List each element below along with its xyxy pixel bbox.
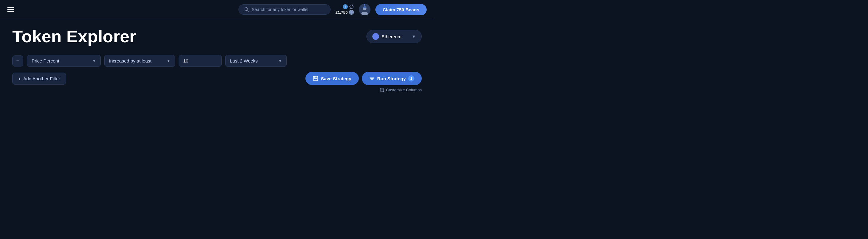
network-selector[interactable]: Ethereum ▼ [367, 30, 422, 43]
time-filter-chevron-icon: ▼ [278, 59, 282, 63]
filter-value-input[interactable] [179, 55, 222, 67]
price-filter-select[interactable]: Price Percent ▼ [27, 55, 101, 67]
bean-coin-icon [349, 10, 354, 15]
search-icon [244, 7, 249, 12]
network-name-label: Ethereum [381, 34, 401, 39]
svg-point-3 [350, 11, 353, 14]
price-filter-chevron-icon: ▼ [92, 59, 96, 63]
time-filter-label: Last 2 Weeks [230, 58, 258, 63]
add-filter-label: Add Another Filter [23, 76, 60, 81]
run-strategy-badge: 1 [408, 75, 414, 81]
svg-rect-12 [314, 76, 316, 78]
user-avatar[interactable] [359, 4, 370, 15]
header: Search for any token or wallet 1 21,750 [0, 0, 434, 19]
price-filter-label: Price Percent [32, 58, 59, 63]
page-header: Token Explorer Ethereum ▼ [12, 28, 422, 45]
refresh-icon [349, 4, 354, 9]
notification-row: 1 [343, 4, 354, 9]
header-right: Search for any token or wallet 1 21,750 [239, 4, 427, 15]
remove-filter-button[interactable]: − [12, 56, 23, 67]
add-filter-button[interactable]: + Add Another Filter [12, 73, 66, 84]
filters-actions-container: − Price Percent ▼ Increased by at least … [12, 55, 422, 92]
customize-columns-link[interactable]: Customize Columns [12, 88, 422, 92]
customize-columns-label: Customize Columns [386, 88, 422, 92]
header-left [7, 7, 14, 12]
filters-row: − Price Percent ▼ Increased by at least … [12, 55, 422, 67]
save-strategy-label: Save Strategy [321, 76, 351, 81]
ethereum-icon [372, 33, 379, 40]
svg-line-1 [248, 10, 249, 12]
time-filter-select[interactable]: Last 2 Weeks ▼ [225, 55, 287, 67]
run-strategy-button[interactable]: Run Strategy 1 [362, 72, 422, 85]
main-content: Token Explorer Ethereum ▼ [0, 19, 434, 98]
notification-badge: 1 [343, 4, 348, 9]
run-strategy-label: Run Strategy [377, 76, 406, 81]
svg-rect-13 [314, 78, 317, 80]
network-left: Ethereum [372, 33, 401, 40]
beans-amount-row: 21,750 [336, 10, 354, 15]
svg-rect-17 [380, 88, 383, 91]
filter-icon [369, 76, 375, 81]
hamburger-menu-button[interactable] [7, 7, 14, 12]
add-filter-plus-icon: + [18, 76, 21, 81]
search-bar[interactable]: Search for any token or wallet [239, 4, 331, 15]
beans-amount: 21,750 [336, 10, 348, 15]
save-strategy-button[interactable]: Save Strategy [305, 72, 359, 85]
avatar-image [359, 4, 370, 15]
claim-beans-button[interactable]: Claim 750 Beans [375, 4, 427, 15]
svg-point-8 [364, 4, 365, 5]
condition-filter-select[interactable]: Increased by at least ▼ [104, 55, 175, 67]
save-icon [313, 76, 318, 81]
edit-icon [380, 88, 384, 92]
condition-filter-label: Increased by at least [109, 58, 151, 63]
bottom-row: + Add Another Filter Save Strategy [12, 72, 422, 85]
condition-filter-chevron-icon: ▼ [167, 59, 170, 63]
bottom-right: Save Strategy Run Strategy 1 [305, 72, 422, 85]
beans-counter: 1 21,750 [336, 4, 354, 15]
page-title: Token Explorer [12, 28, 136, 45]
network-chevron-icon: ▼ [412, 34, 416, 39]
search-placeholder-text: Search for any token or wallet [252, 7, 308, 12]
